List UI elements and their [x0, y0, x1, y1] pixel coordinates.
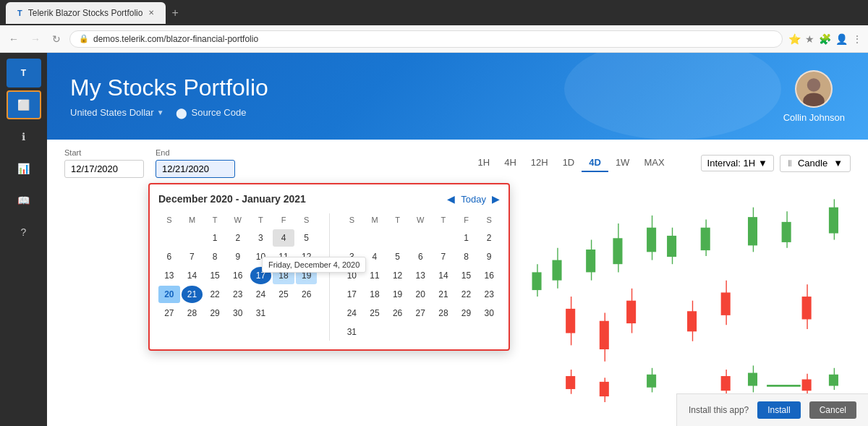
profile-icon[interactable]: 👤 — [835, 33, 848, 45]
tab-close-icon[interactable]: ✕ — [148, 9, 154, 17]
cal-day-j1[interactable]: 1 — [456, 229, 477, 247]
cal-day-j26[interactable]: 26 — [387, 304, 409, 322]
cal-day-29[interactable]: 29 — [204, 304, 226, 322]
day-header-t2: T — [387, 213, 409, 226]
svg-rect-40 — [600, 382, 609, 396]
cal-day-j31[interactable]: 31 — [341, 323, 363, 341]
cal-day-j22[interactable]: 22 — [456, 286, 477, 303]
cal-day-j23[interactable]: 23 — [478, 286, 500, 303]
reload-button[interactable]: ↻ — [49, 30, 64, 48]
cal-day-21[interactable]: 21 — [182, 286, 203, 303]
cal-day-3[interactable]: 3 — [250, 229, 272, 247]
cal-day-7[interactable]: 7 — [182, 248, 203, 265]
interval-dropdown[interactable]: Interval: 1H ▼ — [701, 155, 774, 171]
cal-day-j24[interactable]: 24 — [341, 304, 363, 322]
cal-day-j9[interactable]: 9 — [478, 248, 500, 265]
cal-day-j27[interactable]: 27 — [409, 304, 431, 322]
time-btn-4h[interactable]: 4H — [497, 154, 524, 172]
source-code-link[interactable]: ⬤ Source Code — [176, 107, 247, 119]
back-button[interactable]: ← — [6, 30, 22, 48]
cal-day-j-e — [387, 229, 409, 247]
end-date-group: End — [156, 148, 235, 178]
time-btn-4d[interactable]: 4D — [582, 154, 608, 172]
time-btn-12h[interactable]: 12H — [524, 154, 556, 172]
sidebar-item-reports[interactable]: 📊 — [7, 154, 41, 183]
cal-day-27[interactable]: 27 — [158, 304, 180, 322]
sidebar-item-info[interactable]: ℹ — [7, 122, 41, 151]
cal-day-6[interactable]: 6 — [158, 248, 180, 265]
cal-day-j12[interactable]: 12 — [387, 267, 409, 284]
cal-day-j14[interactable]: 14 — [433, 267, 454, 284]
menu-icon[interactable]: ⋮ — [852, 33, 862, 45]
time-btn-max[interactable]: MAX — [637, 154, 671, 172]
candle-chart-svg: 14:00 19:00 — [517, 183, 868, 426]
puzzle-icon[interactable]: 🧩 — [819, 33, 831, 45]
install-button[interactable]: Install — [757, 401, 800, 419]
cal-day-j16[interactable]: 16 — [478, 267, 500, 284]
cal-day-j4[interactable]: 4 — [364, 248, 386, 265]
cal-day-j28[interactable]: 28 — [433, 304, 454, 322]
candle-selector[interactable]: ⫴ Candle ▼ — [780, 155, 851, 172]
cal-day-24[interactable]: 24 — [250, 286, 272, 303]
cal-day-14[interactable]: 14 — [182, 267, 203, 284]
cal-day-30[interactable]: 30 — [227, 304, 249, 322]
time-btn-1h[interactable]: 1H — [471, 154, 498, 172]
cal-day-j20[interactable]: 20 — [409, 286, 431, 303]
new-tab-button[interactable]: + — [166, 7, 184, 20]
candle-group-red — [566, 281, 811, 402]
github-icon: ⬤ — [176, 107, 187, 119]
currency-selector[interactable]: United States Dollar ▼ — [70, 107, 164, 118]
cal-day-5[interactable]: 5 — [296, 229, 318, 247]
extensions-icon[interactable]: ⭐ — [788, 33, 801, 45]
time-btn-1w[interactable]: 1W — [608, 154, 637, 172]
cal-day-j18[interactable]: 18 — [364, 286, 386, 303]
active-tab[interactable]: T Telerik Blazor Stocks Portfolio ✕ — [6, 2, 166, 24]
cal-day-j15[interactable]: 15 — [456, 267, 477, 284]
forward-button[interactable]: → — [27, 30, 43, 48]
cal-day-28[interactable]: 28 — [182, 304, 203, 322]
cancel-install-button[interactable]: Cancel — [809, 401, 856, 419]
cal-day-22[interactable]: 22 — [204, 286, 226, 303]
cal-day-j8[interactable]: 8 — [456, 248, 477, 265]
today-button[interactable]: Today — [461, 194, 486, 205]
cal-day-j5[interactable]: 5 — [387, 248, 409, 265]
sidebar-item-telerik[interactable]: T — [7, 59, 41, 88]
svg-rect-21 — [782, 222, 791, 242]
start-date-input[interactable] — [64, 160, 144, 178]
cal-day-31[interactable]: 31 — [250, 304, 272, 322]
cal-day-23[interactable]: 23 — [227, 286, 249, 303]
cal-day-j11[interactable]: 11 — [364, 267, 386, 284]
candle-label: Candle — [798, 158, 827, 169]
cal-day-25[interactable]: 25 — [273, 286, 294, 303]
bookmark-icon[interactable]: ★ — [805, 33, 814, 45]
cal-day-4[interactable]: 4 — [273, 229, 294, 247]
cal-day-1[interactable]: 1 — [204, 229, 226, 247]
cal-day-15[interactable]: 15 — [204, 267, 226, 284]
address-bar[interactable]: 🔒 demos.telerik.com/blazor-financial-por… — [69, 30, 783, 48]
cal-day-j25[interactable]: 25 — [364, 304, 386, 322]
cal-day-j30[interactable]: 30 — [478, 304, 500, 322]
cal-day-8[interactable]: 8 — [204, 248, 226, 265]
cal-day-j2[interactable]: 2 — [478, 229, 500, 247]
cal-day-j13[interactable]: 13 — [409, 267, 431, 284]
cal-day-26[interactable]: 26 — [296, 286, 318, 303]
cal-day-j17[interactable]: 17 — [341, 286, 363, 303]
cal-day-20[interactable]: 20 — [158, 286, 180, 303]
cal-day-j19[interactable]: 19 — [387, 286, 409, 303]
cal-day-j29[interactable]: 29 — [456, 304, 477, 322]
sidebar-item-docs[interactable]: 📖 — [7, 186, 41, 215]
sidebar-item-dashboard[interactable]: ⬜ — [7, 90, 41, 119]
cal-prev-icon[interactable]: ◀ — [447, 193, 455, 205]
sidebar-item-help[interactable]: ? — [7, 218, 41, 247]
cal-day-13[interactable]: 13 — [158, 267, 180, 284]
cal-day-j21[interactable]: 21 — [433, 286, 454, 303]
end-date-input[interactable] — [156, 160, 235, 178]
cal-day-j7[interactable]: 7 — [433, 248, 454, 265]
time-btn-1d[interactable]: 1D — [556, 154, 582, 172]
cal-day-2[interactable]: 2 — [227, 229, 249, 247]
cal-day-9[interactable]: 9 — [227, 248, 249, 265]
svg-rect-18 — [667, 236, 676, 257]
cal-day-16[interactable]: 16 — [227, 267, 249, 284]
cal-day-j6[interactable]: 6 — [409, 248, 431, 265]
cal-next-icon[interactable]: ▶ — [492, 193, 500, 205]
